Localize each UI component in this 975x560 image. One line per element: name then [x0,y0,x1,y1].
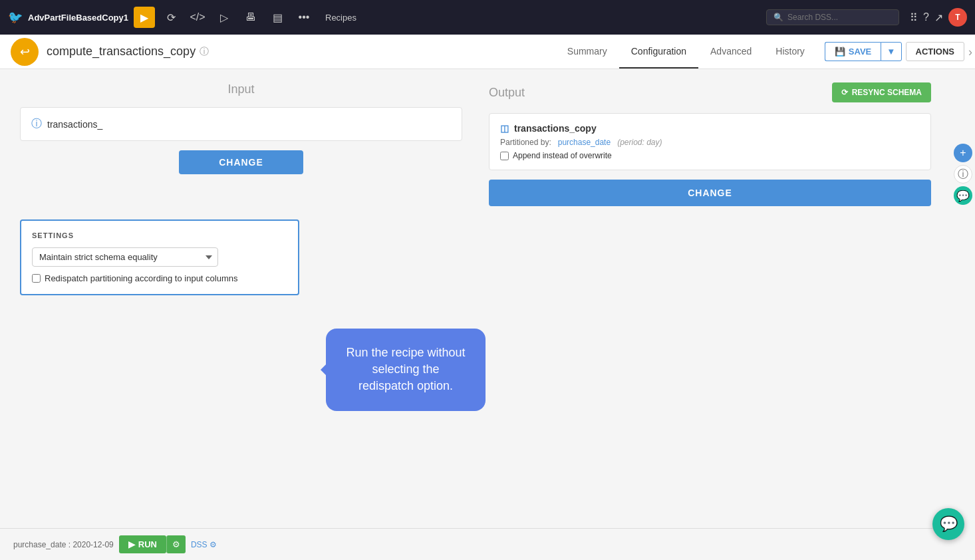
input-dataset-name: transactions_ [47,119,102,130]
change-output-button[interactable]: CHANGE [489,180,931,206]
recipes-link[interactable]: Recipes [325,13,356,23]
change-input-button[interactable]: CHANGE [179,150,303,174]
append-checkbox[interactable] [500,152,509,160]
tab-summary[interactable]: Summary [555,35,619,69]
redispatch-label: Redispatch partitioning according to inp… [45,273,238,283]
output-partition-info: Partitioned by: purchase_date (period: d… [500,138,920,147]
save-dropdown-button[interactable]: ▼ [881,42,901,61]
tab-advanced[interactable]: Advanced [698,35,764,69]
dss-settings-icon[interactable]: ⚙ [209,540,217,549]
recipe-info-icon[interactable]: ⓘ [200,46,209,58]
save-button[interactable]: 💾 SAVE [825,42,881,61]
actions-button[interactable]: ACTIONS [906,42,965,61]
main-content: + ⓘ 💬 Input ⓘ transactions_ CHANGE Outpu… [0,69,975,560]
nav-refresh-icon[interactable]: ⟳ [160,7,182,28]
partition-date-info: purchase_date : 2020-12-09 [13,540,114,549]
nav-print-icon[interactable]: 🖶 [240,7,261,28]
output-dataset-icon: ◫ [500,123,509,134]
output-append-row: Append instead of overwrite [500,151,920,160]
partition-value: purchase_date [558,138,611,147]
output-header-row: Output ⟳ RESYNC SCHEMA [489,82,931,102]
nav-run-icon[interactable]: ▶ [134,7,155,28]
app-name: AdvPartFileBasedCopy1 [28,13,128,23]
partition-label: Partitioned by: [500,138,551,147]
search-container: 🔍 [766,9,899,25]
dataset-icon: ⓘ [31,117,42,131]
brand-icon: 🐦 [8,10,23,25]
header-bar: ↩ compute_transactions_copy ⓘ Summary Co… [0,35,975,69]
nav-code-icon[interactable]: </> [187,7,208,28]
run-play-icon: ▶ [128,539,135,549]
io-row: Input ⓘ transactions_ CHANGE Output ⟳ RE… [20,82,931,206]
bottom-bar: purchase_date : 2020-12-09 ▶ RUN ⚙ DSS ⚙ [0,528,951,560]
search-icon: 🔍 [773,13,783,22]
output-title: ◫ transactions_copy [500,123,920,134]
settings-box: SETTINGS Maintain strict schema equality… [20,219,299,295]
nav-display-icon[interactable]: ▤ [267,7,288,28]
resync-schema-button[interactable]: ⟳ RESYNC SCHEMA [832,82,931,102]
settings-title: SETTINGS [32,231,287,239]
settings-checkbox-row: Redispatch partitioning according to inp… [32,273,287,283]
analytics-icon[interactable]: ↗ [934,11,943,24]
content-area: Input ⓘ transactions_ CHANGE Output ⟳ RE… [0,69,951,560]
header-tabs: Summary Configuration Advanced History 💾… [555,35,964,69]
save-icon: 💾 [835,47,845,57]
nav-play-icon[interactable]: ▷ [213,7,235,28]
grid-icon[interactable]: ⠿ [910,11,918,24]
tooltip-bubble: Run the recipe without selecting the red… [326,329,486,411]
recipe-title: compute_transactions_copy ⓘ [47,45,209,59]
tooltip-text: Run the recipe without selecting the red… [346,346,465,392]
tab-history[interactable]: History [764,35,817,69]
partition-period: (period: day) [617,138,662,147]
run-button[interactable]: ▶ RUN [119,535,166,553]
dss-label: DSS ⚙ [191,540,217,549]
schema-select[interactable]: Maintain strict schema equality Allow sc… [32,247,218,267]
output-column: Output ⟳ RESYNC SCHEMA ◫ transactions_co… [489,82,931,206]
output-dataset-box: ◫ transactions_copy Partitioned by: purc… [489,113,931,170]
input-dataset-box: ⓘ transactions_ [20,107,462,141]
nav-more-icon[interactable]: ••• [293,7,315,28]
avatar[interactable]: T [948,8,967,27]
sidebar-add-icon[interactable]: + [954,144,972,162]
header-back-arrow[interactable]: › [968,45,975,59]
run-settings-button[interactable]: ⚙ [166,535,186,553]
back-button[interactable]: ↩ [11,38,39,66]
recipe-title-text: compute_transactions_copy [47,45,196,59]
append-label: Append instead of overwrite [513,151,612,160]
redispatch-checkbox[interactable] [32,274,41,283]
right-sidebar: + ⓘ 💬 [951,138,975,210]
resync-icon: ⟳ [841,88,848,97]
chat-bubble-button[interactable]: 💬 [932,508,964,540]
output-header: Output [489,86,525,100]
sidebar-info-icon[interactable]: ⓘ [954,165,972,184]
output-dataset-name: transactions_copy [514,123,597,134]
navbar: 🐦 AdvPartFileBasedCopy1 ▶ ⟳ </> ▷ 🖶 ▤ ••… [0,0,975,35]
sidebar-chat-icon[interactable]: 💬 [954,186,972,205]
settings-select-row: Maintain strict schema equality Allow sc… [32,247,287,267]
search-input[interactable] [787,13,892,22]
save-button-group: 💾 SAVE ▼ [825,42,902,61]
input-column: Input ⓘ transactions_ CHANGE [20,82,462,206]
tab-configuration[interactable]: Configuration [619,35,698,69]
help-icon[interactable]: ? [923,11,929,23]
input-header: Input [20,82,462,96]
